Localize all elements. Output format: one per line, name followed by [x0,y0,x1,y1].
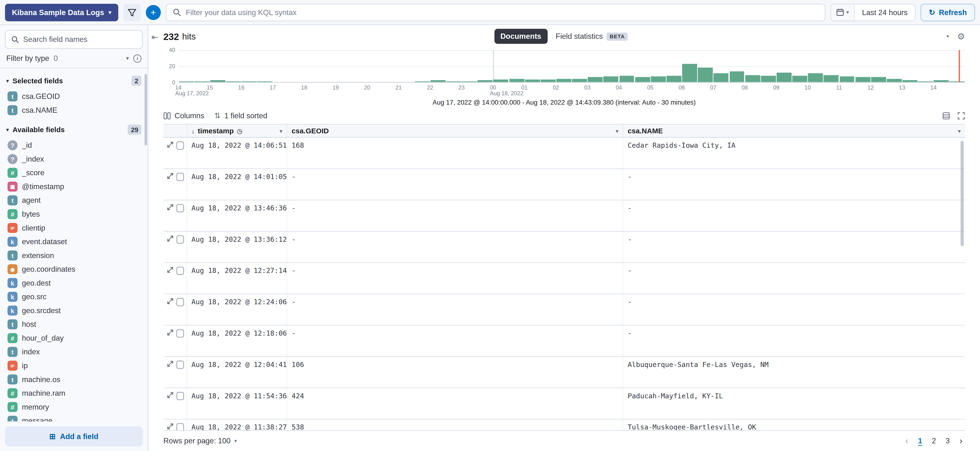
cell-csa-geoid[interactable]: 424 [287,388,624,419]
field-item-bytes[interactable]: #bytes [6,207,142,221]
histogram-bar[interactable] [446,81,461,82]
table-row[interactable]: Aug 18, 2022 @ 12:04:41.998106Albuquerqu… [164,357,965,388]
row-checkbox[interactable] [177,142,184,150]
histogram-bar[interactable] [855,77,870,82]
cell-timestamp[interactable]: Aug 18, 2022 @ 13:46:36.315 [187,200,287,231]
histogram-bar[interactable] [194,81,210,82]
chart-options-button[interactable]: ◔ [944,31,950,41]
histogram-bar[interactable] [603,76,619,82]
cell-csa-name[interactable]: - [623,232,965,262]
field-item-_index[interactable]: ?_index [6,152,142,166]
field-item-_score[interactable]: #_score [6,166,142,180]
chevron-down-icon[interactable]: ▾ [616,128,619,134]
field-item-host[interactable]: thost [6,317,142,331]
histogram-bar[interactable] [651,76,666,82]
histogram-bar[interactable] [824,75,839,82]
cell-timestamp[interactable]: Aug 18, 2022 @ 12:27:14.527 [187,263,287,294]
field-item-geo.src[interactable]: kgeo.src [6,290,142,304]
table-scrollbar[interactable] [961,141,964,246]
histogram-bar[interactable] [619,76,634,82]
row-checkbox[interactable] [177,329,184,338]
table-row[interactable]: Aug 18, 2022 @ 11:38:27.886538Tulsa-Musk… [164,419,965,430]
histogram-bar[interactable] [242,81,257,82]
histogram-bar[interactable] [667,76,681,82]
histogram-bar[interactable] [682,64,697,82]
info-icon[interactable]: i [133,54,142,62]
histogram-bar[interactable] [635,77,650,82]
cell-timestamp[interactable]: Aug 18, 2022 @ 12:04:41.998 [187,357,287,387]
field-search-input[interactable]: Search field names [5,30,143,49]
settings-gear-button[interactable]: ⚙ [957,31,965,41]
sort-fields-button[interactable]: ⇅ 1 field sorted [214,112,267,120]
histogram-bar[interactable] [509,79,524,82]
histogram-bar[interactable] [887,79,902,82]
cell-timestamp[interactable]: Aug 18, 2022 @ 12:18:06.737 [187,325,287,356]
refresh-button[interactable]: ↻ Refresh [921,3,975,21]
chevron-down-icon[interactable]: ▾ [958,128,961,134]
previous-page-button[interactable]: ‹ [903,436,911,446]
expand-row-button[interactable] [167,329,173,336]
histogram-bar[interactable] [415,81,430,82]
histogram-bar[interactable] [729,72,745,82]
field-item-message[interactable]: tmessage [6,414,142,421]
table-row[interactable]: Aug 18, 2022 @ 12:24:06.875-- [164,294,965,325]
cell-csa-name[interactable]: Albuquerque-Santa Fe-Las Vegas, NM [623,357,965,387]
field-item-geo.coordinates[interactable]: ◉geo.coordinates [6,262,142,276]
histogram-bar[interactable] [588,77,603,82]
display-options-button[interactable] [942,112,950,120]
histogram-bar[interactable] [792,76,808,82]
add-field-button[interactable]: ⊞ Add a field [5,426,143,446]
next-page-button[interactable]: › [957,436,965,446]
histogram-bar[interactable] [572,79,587,82]
collapse-sidebar-button[interactable]: ⇤ [151,33,158,42]
field-item-geo.srcdest[interactable]: kgeo.srcdest [6,304,142,318]
row-checkbox[interactable] [177,298,184,306]
expand-row-button[interactable] [167,298,173,304]
page-button-3[interactable]: 3 [941,434,955,448]
expand-row-button[interactable] [167,392,173,398]
table-row[interactable]: Aug 18, 2022 @ 12:27:14.527-- [164,263,965,295]
expand-row-button[interactable] [167,267,173,273]
histogram-bar[interactable] [840,76,854,82]
histogram-bar[interactable] [698,68,713,82]
field-item-machine.ram[interactable]: #machine.ram [6,386,142,400]
page-button-1[interactable]: 1 [913,434,927,448]
field-item-hour_of_day[interactable]: #hour_of_day [6,331,142,345]
cell-csa-name[interactable]: - [623,325,965,356]
cell-csa-geoid[interactable]: - [287,294,624,325]
table-row[interactable]: Aug 18, 2022 @ 13:46:36.315-- [164,200,965,232]
saved-query-menu-button[interactable] [123,3,141,21]
time-range-button[interactable]: Last 24 hours [854,8,915,17]
field-item-agent[interactable]: tagent [6,193,142,207]
tab-field-statistics[interactable]: Field statistics BETA [549,29,634,44]
column-header-csa-geoid[interactable]: csa.GEOID ▾ [287,125,624,137]
histogram-bar[interactable] [477,80,493,82]
field-item-extension[interactable]: textension [6,249,142,262]
row-checkbox[interactable] [177,235,184,244]
row-checkbox[interactable] [177,392,184,400]
histogram-bar[interactable] [493,80,508,82]
cell-timestamp[interactable]: Aug 18, 2022 @ 14:01:05.297 [187,169,287,200]
histogram-bar[interactable] [179,81,194,82]
field-item-_id[interactable]: ?_id [6,139,142,152]
columns-button[interactable]: Columns [164,112,204,120]
row-checkbox[interactable] [177,361,184,369]
kql-search-bar[interactable]: Filter your data using KQL syntax [166,3,825,21]
field-item-ip[interactable]: IPip [6,359,142,373]
cell-csa-geoid[interactable]: - [287,232,624,262]
histogram-bar[interactable] [871,77,886,82]
field-item-memory[interactable]: #memory [6,400,142,414]
histogram-bar[interactable] [918,81,933,82]
cell-csa-geoid[interactable]: - [287,263,624,294]
fullscreen-button[interactable] [958,112,965,120]
row-checkbox[interactable] [177,173,184,181]
field-item-index[interactable]: tindex [6,345,142,359]
histogram-bar[interactable] [934,80,949,82]
field-item-event.dataset[interactable]: kevent.dataset [6,235,142,249]
field-item-machine.os[interactable]: tmachine.os [6,373,142,386]
cell-csa-name[interactable]: Tulsa-Muskogee-Bartlesville, OK [623,419,965,430]
field-item-csa.NAME[interactable]: tcsa.NAME [6,104,142,117]
expand-row-button[interactable] [167,361,173,367]
table-row[interactable]: Aug 18, 2022 @ 13:36:12.692-- [164,232,965,263]
histogram-bar[interactable] [556,79,571,82]
